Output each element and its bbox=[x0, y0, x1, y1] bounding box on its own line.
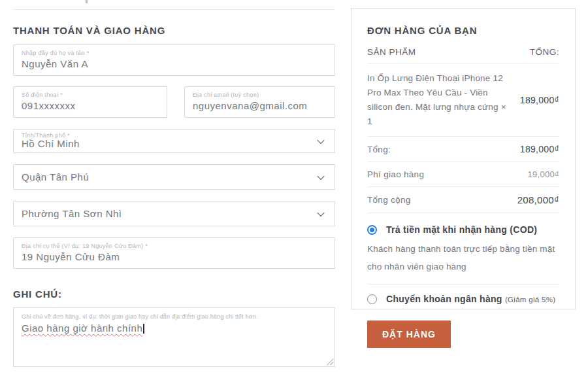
notes-value: Giao hàng giờ hành chính bbox=[22, 322, 142, 334]
bank-label: Chuyển khoản ngân hàng (Giảm giá 5%) bbox=[386, 294, 555, 304]
place-order-button[interactable]: ĐẶT HÀNG bbox=[367, 321, 451, 348]
billing-title: THANH TOÁN VÀ GIAO HÀNG bbox=[13, 25, 335, 36]
phone-input[interactable] bbox=[22, 98, 159, 111]
address-input[interactable] bbox=[22, 249, 327, 262]
district-select[interactable]: Quận Tân Phú bbox=[13, 164, 335, 190]
text-caret bbox=[143, 324, 144, 334]
phone-label: Số điện thoại * bbox=[22, 92, 159, 98]
fullname-input[interactable] bbox=[22, 56, 327, 69]
order-summary-panel: ĐƠN HÀNG CỦA BẠN SẢN PHẨM TỔNG: In Ốp Lư… bbox=[351, 8, 576, 309]
bank-discount-note: (Giảm giá 5%) bbox=[505, 296, 555, 304]
cod-label: Trả tiền mặt khi nhận hàng (COD) bbox=[386, 224, 537, 235]
grand-total-row: Tổng cộng 208,000₫ bbox=[367, 187, 559, 213]
email-input[interactable] bbox=[193, 98, 327, 111]
phone-email-row: Số điện thoại * Địa chỉ email (tuỳ chọn) bbox=[13, 86, 335, 118]
province-select[interactable]: Tỉnh/Thành phố * Hồ Chí Minh bbox=[13, 129, 335, 153]
order-item-row: In Ốp Lưng Điện Thoại iPhone 12 Pro Max … bbox=[367, 63, 559, 137]
email-label: Địa chỉ email (tuỳ chọn) bbox=[193, 92, 327, 98]
subtotal-value: 189,000₫ bbox=[520, 144, 559, 154]
shipping-row: Phí giao hàng 19,000₫ bbox=[367, 162, 559, 187]
grand-total-label: Tổng cộng bbox=[367, 195, 411, 205]
checkout-page: { "billing": { "title": "THANH TOÁN VÀ G… bbox=[0, 0, 588, 382]
chevron-down-icon bbox=[317, 136, 324, 143]
subtotal-label: Tổng: bbox=[367, 145, 391, 154]
chevron-down-icon bbox=[317, 209, 324, 216]
resize-handle-icon[interactable] bbox=[327, 358, 333, 365]
fullname-field[interactable]: Nhập đầy đủ họ và tên * bbox=[13, 44, 335, 76]
district-value: Quận Tân Phú bbox=[22, 171, 312, 182]
province-value: Hồ Chí Minh bbox=[22, 138, 312, 149]
address-field[interactable]: Địa chỉ cụ thể (Ví dụ: 19 Nguyễn Cửu Đàm… bbox=[13, 237, 335, 269]
fullname-label: Nhập đầy đủ họ và tên * bbox=[22, 50, 327, 56]
phone-field[interactable]: Số điện thoại * bbox=[13, 86, 167, 118]
order-notes-textarea[interactable]: Ghi chú về đơn hàng, ví dụ: thời gian gi… bbox=[13, 307, 335, 367]
item-price: 189,000₫ bbox=[520, 95, 559, 105]
column-product: SẢN PHẨM bbox=[367, 47, 416, 57]
notes-placeholder: Ghi chú về đơn hàng, ví dụ: thời gian gi… bbox=[22, 313, 327, 320]
shipping-value: 19,000₫ bbox=[527, 169, 559, 179]
payment-option-bank[interactable]: Chuyển khoản ngân hàng (Giảm giá 5%) bbox=[367, 294, 559, 304]
column-total: TỔNG: bbox=[530, 47, 559, 57]
radio-selected-icon[interactable] bbox=[367, 225, 377, 235]
billing-form: THANH TOÁN VÀ GIAO HÀNG Nhập đầy đủ họ v… bbox=[13, 0, 335, 367]
radio-unselected-icon[interactable] bbox=[367, 294, 377, 304]
grand-total-value: 208,000₫ bbox=[517, 194, 559, 205]
ward-value: Phường Tân Sơn Nhì bbox=[22, 208, 312, 219]
top-divider bbox=[13, 9, 335, 10]
shipping-label: Phí giao hàng bbox=[367, 169, 424, 179]
ward-select[interactable]: Phường Tân Sơn Nhì bbox=[13, 201, 335, 226]
cod-description: Khách hàng thanh toán trực tiếp bằng tiề… bbox=[367, 241, 559, 285]
item-name: In Ốp Lưng Điện Thoại iPhone 12 Pro Max … bbox=[367, 71, 511, 128]
order-title: ĐƠN HÀNG CỦA BẠN bbox=[367, 25, 559, 36]
email-field[interactable]: Địa chỉ email (tuỳ chọn) bbox=[184, 86, 335, 118]
notes-title: GHI CHÚ: bbox=[13, 288, 335, 300]
address-label: Địa chỉ cụ thể (Ví dụ: 19 Nguyễn Cửu Đàm… bbox=[22, 243, 327, 249]
order-table-header: SẢN PHẨM TỔNG: bbox=[367, 47, 559, 63]
chevron-down-icon bbox=[317, 172, 324, 179]
payment-option-cod[interactable]: Trả tiền mặt khi nhận hàng (COD) bbox=[367, 224, 559, 235]
subtotal-row: Tổng: 189,000₫ bbox=[367, 137, 559, 162]
